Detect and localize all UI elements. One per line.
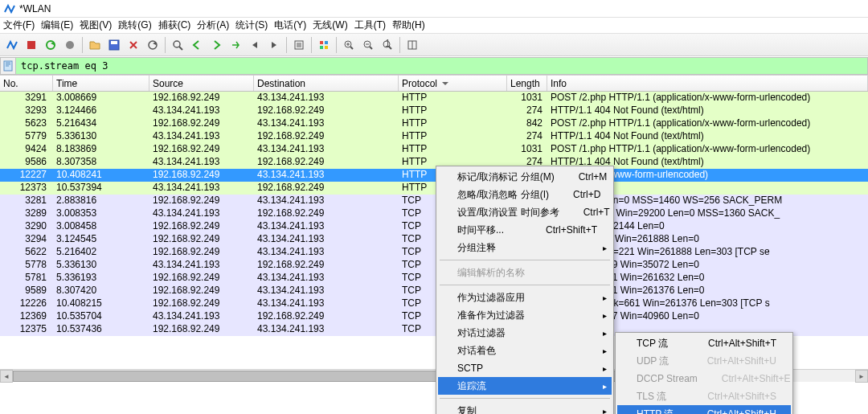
menu-mark-packet[interactable]: 标记/取消标记 分组(M)Ctrl+M <box>438 168 612 186</box>
col-time[interactable]: Time <box>53 76 149 91</box>
col-protocol[interactable]: Protocol <box>399 76 507 91</box>
packet-row[interactable]: 32903.008458192.168.92.24943.134.241.193… <box>0 220 868 233</box>
col-destination[interactable]: Destination <box>254 76 399 91</box>
menu-follow-udp: UDP 流Ctrl+Alt+Shift+U <box>617 352 791 370</box>
toolbar-sep <box>286 37 287 53</box>
capture-options-icon[interactable] <box>61 36 79 54</box>
menu-go[interactable]: 跳转(G) <box>118 18 151 32</box>
window-title: *WLAN <box>19 3 51 14</box>
menu-wireless[interactable]: 无线(W) <box>313 18 347 32</box>
packet-row[interactable]: 94248.183869192.168.92.24943.134.241.193… <box>0 143 868 156</box>
menu-tools[interactable]: 工具(T) <box>354 18 386 32</box>
menu-copy[interactable]: 复制 <box>438 402 612 414</box>
svg-rect-10 <box>325 41 328 44</box>
packet-row[interactable]: 57815.336193192.168.92.24943.134.241.193… <box>0 272 868 285</box>
toolbar-sep <box>311 37 312 53</box>
go-forward-icon[interactable] <box>207 36 225 54</box>
packet-row[interactable]: 1236910.53570443.134.241.193192.168.92.2… <box>0 310 868 323</box>
menu-follow-http[interactable]: HTTP 流Ctrl+Alt+Shift+H <box>617 405 791 414</box>
menu-conversation-filter[interactable]: 对话过滤器 <box>438 324 612 342</box>
zoom-in-icon[interactable] <box>340 36 358 54</box>
svg-point-6 <box>174 41 180 47</box>
packet-row[interactable]: 1237310.53739443.134.241.193192.168.92.2… <box>0 182 868 195</box>
packet-list: No. Time Source Destination Protocol Len… <box>0 76 868 336</box>
col-no[interactable]: No. <box>0 76 53 91</box>
col-length[interactable]: Length <box>507 76 547 91</box>
auto-scroll-icon[interactable] <box>290 36 308 54</box>
menu-prepare-as-filter[interactable]: 准备作为过滤器 <box>438 306 612 324</box>
menu-packet-comment[interactable]: 分组注释 <box>438 239 612 256</box>
menu-capture[interactable]: 捕获(C) <box>158 18 191 32</box>
start-capture-icon[interactable] <box>3 36 21 54</box>
packet-row[interactable]: 57795.33613043.134.241.193192.168.92.249… <box>0 130 868 143</box>
packet-row[interactable]: 1222710.408241192.168.92.24943.134.241.1… <box>0 169 868 182</box>
menu-time-shift[interactable]: 时间平移...Ctrl+Shift+T <box>438 221 612 239</box>
packet-context-menu: 标记/取消标记 分组(M)Ctrl+M 忽略/取消忽略 分组(I)Ctrl+D … <box>436 166 614 414</box>
close-file-icon[interactable] <box>125 36 142 54</box>
toolbar-sep <box>165 37 166 53</box>
colorize-icon[interactable] <box>315 36 333 54</box>
menu-file[interactable]: 文件(F) <box>3 18 35 32</box>
col-info[interactable]: Info <box>547 76 868 91</box>
stop-capture-icon[interactable] <box>23 36 40 54</box>
packet-list-header: No. Time Source Destination Protocol Len… <box>0 76 868 92</box>
menu-sep <box>440 260 610 260</box>
menu-follow-dccp: DCCP StreamCtrl+Alt+Shift+E <box>617 370 791 387</box>
scroll-left-icon[interactable]: ◄ <box>0 370 13 383</box>
menu-telephony[interactable]: 电话(Y) <box>274 18 306 32</box>
svg-line-14 <box>350 47 353 49</box>
resize-columns-icon[interactable] <box>403 36 421 54</box>
menu-bar: 文件(F) 编辑(E) 视图(V) 跳转(G) 捕获(C) 分析(A) 统计(S… <box>0 18 868 34</box>
reload-icon[interactable] <box>144 36 162 54</box>
scroll-right-icon[interactable]: ► <box>855 370 868 383</box>
go-back-icon[interactable] <box>188 36 206 54</box>
title-bar: *WLAN <box>0 0 868 18</box>
menu-statistics[interactable]: 统计(S) <box>235 18 268 32</box>
menu-help[interactable]: 帮助(H) <box>392 18 425 32</box>
display-filter-input[interactable] <box>16 57 868 75</box>
menu-ignore-packet[interactable]: 忽略/取消忽略 分组(I)Ctrl+D <box>438 186 612 203</box>
go-last-icon[interactable] <box>265 36 283 54</box>
zoom-out-icon[interactable] <box>359 36 377 54</box>
packet-row[interactable]: 32812.883816192.168.92.24943.134.241.193… <box>0 195 868 207</box>
packet-row[interactable]: 32913.008669192.168.92.24943.134.241.193… <box>0 92 868 105</box>
menu-sctp[interactable]: SCTP <box>438 359 612 377</box>
go-first-icon[interactable] <box>246 36 264 54</box>
packet-row[interactable]: 95868.30735843.134.241.193192.168.92.249… <box>0 156 868 169</box>
svg-rect-9 <box>320 41 323 44</box>
col-source[interactable]: Source <box>149 76 254 91</box>
go-to-packet-icon[interactable] <box>227 36 244 54</box>
filter-bookmark-icon[interactable] <box>0 57 16 75</box>
find-icon[interactable] <box>169 36 186 54</box>
svg-rect-11 <box>320 46 323 49</box>
menu-follow-tcp[interactable]: TCP 流Ctrl+Alt+Shift+T <box>617 334 791 352</box>
toolbar-sep <box>82 37 83 53</box>
toolbar-sep <box>399 37 400 53</box>
packet-row[interactable]: 56235.216434192.168.92.24943.134.241.193… <box>0 117 868 130</box>
menu-follow-stream[interactable]: 追踪流 <box>438 377 612 395</box>
packet-row[interactable]: 32893.00835343.134.241.193192.168.92.249… <box>0 207 868 220</box>
svg-rect-12 <box>325 46 328 49</box>
packet-row[interactable]: 57785.33613043.134.241.193192.168.92.249… <box>0 259 868 272</box>
menu-edit[interactable]: 编辑(E) <box>41 18 73 32</box>
menu-colorize-conversation[interactable]: 对话着色 <box>438 342 612 359</box>
packet-row[interactable]: 32933.12446643.134.241.193192.168.92.249… <box>0 105 868 117</box>
restart-capture-icon[interactable] <box>42 36 59 54</box>
toolbar: 1 <box>0 34 868 56</box>
open-file-icon[interactable] <box>86 36 104 54</box>
save-file-icon[interactable] <box>105 36 123 54</box>
packet-row[interactable]: 56225.216402192.168.92.24943.134.241.193… <box>0 246 868 259</box>
menu-edit-resolved-name: 编辑解析的名称 <box>438 264 612 281</box>
packet-row[interactable]: 32943.124545192.168.92.24943.134.241.193… <box>0 233 868 246</box>
packet-row[interactable]: 95898.307420192.168.92.24943.134.241.193… <box>0 285 868 297</box>
filter-bar <box>0 56 868 76</box>
svg-rect-4 <box>111 41 117 44</box>
menu-view[interactable]: 视图(V) <box>80 18 112 32</box>
menu-sep <box>440 285 610 285</box>
zoom-reset-icon[interactable]: 1 <box>379 36 396 54</box>
menu-apply-as-filter[interactable]: 作为过滤器应用 <box>438 289 612 306</box>
menu-time-reference[interactable]: 设置/取消设置 时间参考Ctrl+T <box>438 203 612 221</box>
follow-stream-submenu: TCP 流Ctrl+Alt+Shift+T UDP 流Ctrl+Alt+Shif… <box>615 332 793 414</box>
menu-analyze[interactable]: 分析(A) <box>197 18 229 32</box>
packet-row[interactable]: 1222610.408215192.168.92.24943.134.241.1… <box>0 297 868 310</box>
